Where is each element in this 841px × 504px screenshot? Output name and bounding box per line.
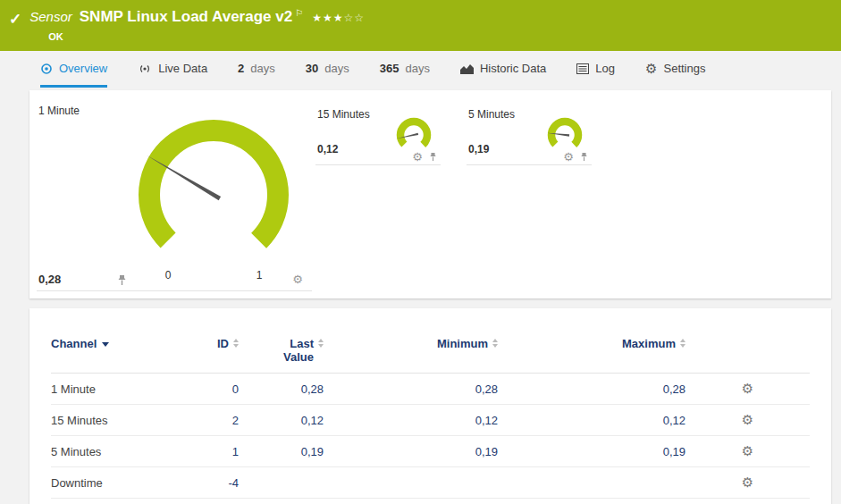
- gauge-name: 1 Minute: [38, 105, 80, 117]
- tab-30-days[interactable]: 30 days: [306, 52, 349, 88]
- tab-overview[interactable]: Overview: [40, 52, 107, 88]
- table-row: 1 Minute 0 0,28 0,28 0,28 ⚙: [51, 374, 810, 405]
- sort-icon: [318, 337, 324, 348]
- table-row: 15 Minutes 2 0,12 0,12 0,12 ⚙: [51, 405, 810, 436]
- gauge-name: 15 Minutes: [317, 108, 370, 121]
- cell-minimum: [324, 467, 498, 499]
- gauge-value: 0,28: [38, 273, 61, 286]
- gauge-dial: [391, 112, 437, 151]
- tab-label: Live Data: [158, 62, 207, 75]
- log-icon: [576, 63, 589, 74]
- cell-channel: 15 Minutes: [51, 405, 185, 436]
- column-label: Channel: [51, 337, 97, 350]
- sort-icon: [233, 337, 239, 348]
- tab-label: days: [250, 62, 274, 75]
- priority-stars[interactable]: ★★★☆☆: [312, 12, 365, 24]
- cell-id: -4: [185, 467, 239, 499]
- table-row: Downtime -4 ⚙: [51, 467, 810, 499]
- tab-label: Log: [595, 62, 615, 75]
- column-header-channel[interactable]: Channel: [51, 332, 185, 374]
- gauge-1-minute: 1 Minute 0 1 0,28 ⚙: [37, 99, 312, 291]
- tab-historic-data[interactable]: Historic Data: [460, 52, 546, 88]
- stars-filled[interactable]: ★★★: [312, 12, 343, 24]
- cell-channel: 1 Minute: [51, 374, 185, 405]
- sensor-tabbar: Overview Live Data 2 days 30 days 365 da…: [0, 52, 841, 88]
- cell-id: 0: [185, 374, 239, 405]
- tab-label: Settings: [664, 62, 706, 75]
- cell-minimum: 0,19: [324, 436, 498, 467]
- tab-log[interactable]: Log: [576, 52, 615, 88]
- pin-icon[interactable]: [580, 152, 588, 162]
- cell-channel: 5 Minutes: [51, 436, 185, 467]
- sensor-kind-label: Sensor: [29, 9, 72, 24]
- column-label: ID: [217, 337, 229, 350]
- sensor-header: ✓ Sensor SNMP Linux Load Average v2 ⚐ ★★…: [0, 0, 841, 51]
- status-check-icon: ✓: [9, 10, 21, 29]
- gauge-value: 0,12: [317, 143, 338, 155]
- sort-icon: [680, 337, 685, 348]
- gauge-settings-gear-icon[interactable]: ⚙: [292, 273, 303, 285]
- gauge-5-minutes: 5 Minutes 0,19 ⚙: [467, 105, 592, 165]
- cell-maximum: [498, 467, 685, 499]
- tab-settings[interactable]: ⚙ Settings: [645, 52, 705, 88]
- column-label: Last Value: [276, 337, 314, 364]
- channel-table: Channel ID Last Value Minimum Maximum: [51, 332, 810, 499]
- tab-number: 365: [380, 62, 399, 75]
- cell-id: 1: [185, 436, 239, 467]
- tab-number: 2: [238, 62, 244, 75]
- status-badge: OK: [48, 31, 365, 42]
- cell-last-value: 0,28: [239, 374, 324, 405]
- cell-id: 2: [185, 405, 239, 436]
- column-header-minimum[interactable]: Minimum: [324, 332, 498, 374]
- tab-number: 30: [306, 62, 318, 75]
- gauge-value: 0,19: [468, 143, 489, 155]
- tab-label: Overview: [59, 62, 107, 75]
- channel-settings-gear-icon[interactable]: ⚙: [742, 412, 753, 427]
- channel-table-panel: Channel ID Last Value Minimum Maximum: [29, 308, 831, 504]
- pin-icon[interactable]: [117, 274, 127, 286]
- cell-last-value: [239, 467, 324, 499]
- flag-icon[interactable]: ⚐: [295, 8, 303, 18]
- tab-365-days[interactable]: 365 days: [380, 52, 430, 88]
- gauge-15-minutes: 15 Minutes 0,12 ⚙: [315, 105, 441, 165]
- sort-icon: [492, 337, 498, 348]
- gauge-settings-gear-icon[interactable]: ⚙: [563, 151, 574, 163]
- tab-label: Historic Data: [480, 62, 546, 75]
- channel-settings-gear-icon[interactable]: ⚙: [742, 381, 753, 396]
- cell-minimum: 0,28: [324, 374, 498, 405]
- column-label: Maximum: [622, 337, 676, 350]
- cell-last-value: 0,19: [239, 436, 324, 467]
- historic-data-icon: [460, 63, 474, 74]
- gauge-settings-gear-icon[interactable]: ⚙: [412, 151, 423, 163]
- tab-label: days: [405, 62, 429, 75]
- pin-icon[interactable]: [429, 152, 437, 162]
- tab-2-days[interactable]: 2 days: [238, 52, 275, 88]
- gear-icon: ⚙: [645, 62, 657, 75]
- column-header-edit: [685, 332, 810, 374]
- live-data-icon: [138, 63, 152, 74]
- cell-maximum: 0,19: [498, 436, 685, 467]
- column-header-last-value[interactable]: Last Value: [239, 332, 324, 374]
- chevron-down-icon: [102, 342, 109, 347]
- stars-empty[interactable]: ☆☆: [343, 12, 365, 24]
- overview-icon: [40, 63, 53, 75]
- channel-settings-gear-icon[interactable]: ⚙: [742, 443, 753, 458]
- gauge-name: 5 Minutes: [468, 108, 515, 121]
- cell-maximum: 0,12: [498, 405, 685, 436]
- sensor-title-box: Sensor SNMP Linux Load Average v2 ⚐ ★★★☆…: [29, 8, 365, 42]
- cell-maximum: 0,28: [498, 374, 685, 405]
- tab-live-data[interactable]: Live Data: [138, 52, 207, 88]
- gauge-dial: [542, 112, 588, 151]
- cell-channel: Downtime: [51, 467, 185, 499]
- table-row: 5 Minutes 1 0,19 0,19 0,19 ⚙: [51, 436, 810, 467]
- page-title: SNMP Linux Load Average v2: [80, 8, 292, 26]
- column-header-maximum[interactable]: Maximum: [498, 332, 685, 374]
- cell-minimum: 0,12: [324, 405, 498, 436]
- gauge-dial: 0 1: [115, 101, 312, 284]
- table-header-row: Channel ID Last Value Minimum Maximum: [51, 332, 810, 374]
- channel-settings-gear-icon[interactable]: ⚙: [742, 475, 753, 490]
- column-header-id[interactable]: ID: [185, 332, 239, 374]
- column-label: Minimum: [437, 337, 488, 350]
- tab-label: days: [324, 62, 349, 75]
- cell-last-value: 0,12: [239, 405, 324, 436]
